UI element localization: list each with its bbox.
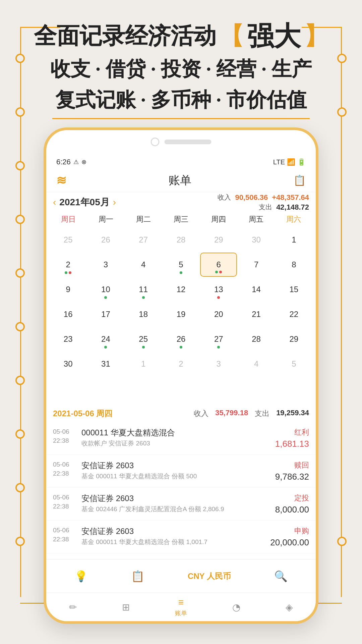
- transaction-item-0[interactable]: 05-0622:38 000011 华夏大盘精选混合 收款帐户 安信证券 260…: [46, 422, 316, 455]
- tx-type-1: 赎回: [275, 460, 309, 470]
- status-right: LTE 📶 🔋: [273, 158, 306, 166]
- transaction-item-1[interactable]: 05-0622:38 安信证券 2603 基金 000011 华夏大盘精选混合 …: [46, 455, 316, 488]
- transaction-item-2[interactable]: 05-0622:38 安信证券 2603 基金 002446 广发利鑫灵活配置混…: [46, 488, 316, 521]
- next-month-button[interactable]: ›: [113, 197, 116, 208]
- phone-camera: [151, 138, 160, 146]
- cal-cell-11[interactable]: 6: [200, 253, 237, 277]
- cal-cell-13[interactable]: 8: [276, 253, 312, 277]
- tx-time-0: 05-0622:38: [53, 427, 76, 445]
- sel-expense-value: 19,259.34: [276, 409, 309, 419]
- cal-cell-10[interactable]: 5: [163, 253, 199, 277]
- cal-cell-23[interactable]: 18: [125, 302, 162, 326]
- current-month: 2021年05月: [59, 196, 109, 209]
- cal-cell-41[interactable]: 5: [276, 352, 312, 376]
- phone-speaker: [151, 138, 212, 146]
- cal-cell-34[interactable]: 29: [276, 327, 312, 351]
- cal-cell-35[interactable]: 30: [50, 352, 86, 376]
- calendar-body: 2526272829301234567891011121314151617181…: [50, 228, 312, 376]
- transaction-item-3[interactable]: 05-0622:38 安信证券 2603 基金 000011 华夏大盘精选混合 …: [46, 521, 316, 553]
- cal-cell-39[interactable]: 3: [200, 352, 237, 376]
- prev-month-button[interactable]: ‹: [53, 197, 56, 208]
- lamp-icon[interactable]: 💡: [74, 570, 88, 583]
- tx-main-1: 安信证券 2603 基金 000011 华夏大盘精选混合 份额 500: [81, 460, 270, 481]
- search-icon[interactable]: 🔍: [274, 570, 288, 583]
- cal-cell-31[interactable]: 26: [163, 327, 199, 351]
- cal-cell-33[interactable]: 28: [238, 327, 275, 351]
- cal-cell-24[interactable]: 19: [163, 302, 199, 326]
- header-line1: 全面记录经济活动 【 强大 】: [20, 20, 342, 52]
- tx-sub-3: 基金 000011 华夏大盘精选混合 份额 1,001.7: [81, 538, 265, 546]
- nav-item-0[interactable]: ✏: [69, 602, 77, 613]
- cal-cell-4[interactable]: 29: [200, 228, 237, 252]
- sel-income-label: 收入: [194, 409, 208, 419]
- tx-right-0: 红利 1,681.13: [275, 427, 309, 449]
- edit-icon[interactable]: 📋: [293, 174, 306, 186]
- cal-cell-14[interactable]: 9: [50, 277, 86, 302]
- sel-income-value: 35,799.18: [215, 409, 248, 419]
- cal-cell-6[interactable]: 1: [276, 228, 312, 252]
- cal-cell-26[interactable]: 21: [238, 302, 275, 326]
- weekday-sun: 周日: [50, 212, 87, 226]
- cal-cell-19[interactable]: 14: [238, 277, 275, 302]
- cal-cell-40[interactable]: 4: [238, 352, 275, 376]
- header-strong: 强大: [247, 20, 301, 52]
- cal-cell-30[interactable]: 25: [125, 327, 162, 351]
- nav-item-4[interactable]: ◈: [286, 602, 293, 613]
- cal-cell-38[interactable]: 2: [163, 352, 199, 376]
- cal-cell-32[interactable]: 27: [200, 327, 237, 351]
- nav-icon-0: ✏: [69, 602, 77, 613]
- tx-sub-0: 收款帐户 安信证券 2603: [81, 439, 270, 448]
- app-logo: ≋: [56, 173, 66, 187]
- cal-cell-36[interactable]: 31: [87, 352, 124, 376]
- battery-icon: 🔋: [297, 158, 306, 166]
- cal-cell-28[interactable]: 23: [50, 327, 86, 351]
- nav-icon-4: ◈: [286, 602, 293, 613]
- currency-selector[interactable]: CNY 人民币: [188, 571, 231, 582]
- nav-item-1[interactable]: ⊞: [122, 602, 130, 613]
- tx-sub-1: 基金 000011 华夏大盘精选混合 份额 500: [81, 472, 270, 481]
- cal-cell-0[interactable]: 25: [50, 228, 86, 252]
- note-icon[interactable]: 📋: [131, 570, 144, 583]
- cal-cell-16[interactable]: 11: [125, 277, 162, 302]
- cal-cell-8[interactable]: 3: [87, 253, 124, 277]
- weekday-wed: 周三: [162, 212, 200, 226]
- cal-cell-21[interactable]: 16: [50, 302, 86, 326]
- cal-cell-3[interactable]: 28: [163, 228, 199, 252]
- nav-label-2: 账单: [175, 609, 187, 617]
- cal-cell-27[interactable]: 22: [276, 302, 312, 326]
- selected-date-bar: 2021-05-06 周四 收入 35,799.18 支出 19,259.34: [46, 405, 316, 422]
- cal-cell-20[interactable]: 15: [276, 277, 312, 302]
- bottom-toolbar: 💡 📋 CNY 人民币 🔍: [46, 559, 316, 593]
- tx-main-0: 000011 华夏大盘精选混合 收款帐户 安信证券 2603: [81, 427, 270, 448]
- cal-cell-2[interactable]: 27: [125, 228, 162, 252]
- cal-cell-7[interactable]: 2: [50, 253, 86, 277]
- tx-title-0: 000011 华夏大盘精选混合: [81, 427, 270, 438]
- transaction-list: 05-0622:38 000011 华夏大盘精选混合 收款帐户 安信证券 260…: [46, 422, 316, 559]
- nav-item-3[interactable]: ◔: [232, 602, 240, 613]
- weekday-thu: 周四: [200, 212, 237, 226]
- nav-icon-3: ◔: [232, 602, 240, 613]
- expense-label: 支出: [259, 203, 272, 212]
- weekday-fri: 周五: [237, 212, 275, 226]
- cal-cell-12[interactable]: 7: [238, 253, 275, 277]
- cal-cell-9[interactable]: 4: [125, 253, 162, 277]
- cal-cell-5[interactable]: 30: [238, 228, 275, 252]
- cal-cell-37[interactable]: 1: [125, 352, 162, 376]
- tx-right-1: 赎回 9,786.32: [275, 460, 309, 482]
- header-text-main: 全面记录经济活动: [34, 22, 216, 50]
- cal-cell-18[interactable]: 13: [200, 277, 237, 302]
- cal-cell-15[interactable]: 10: [87, 277, 124, 302]
- cal-cell-22[interactable]: 17: [87, 302, 124, 326]
- nav-item-2[interactable]: ≡账单: [175, 597, 187, 617]
- status-time: 6:26: [56, 158, 71, 166]
- cal-cell-25[interactable]: 20: [200, 302, 237, 326]
- cal-nav-left: ‹ 2021年05月 ›: [53, 196, 116, 209]
- calendar-header: 周日 周一 周二 周三 周四 周五 周六: [50, 212, 312, 226]
- tx-amount-1: 9,786.32: [275, 472, 309, 482]
- status-left: 6:26 ⚠ ⊗: [56, 158, 86, 166]
- cal-cell-1[interactable]: 26: [87, 228, 124, 252]
- cal-cell-29[interactable]: 24: [87, 327, 124, 351]
- cal-cell-17[interactable]: 12: [163, 277, 199, 302]
- tx-time-3: 05-0622:38: [53, 526, 76, 544]
- tx-type-0: 红利: [275, 427, 309, 437]
